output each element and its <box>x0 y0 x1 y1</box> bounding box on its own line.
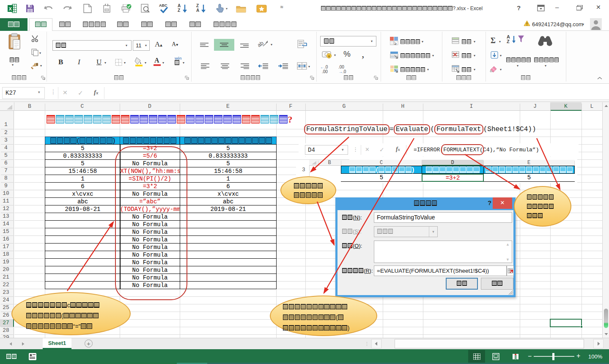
svg-text:¥: ¥ <box>328 54 331 58</box>
svg-text:≥: ≥ <box>395 41 397 46</box>
svg-text:ab: ab <box>258 40 265 49</box>
svg-text:X: X <box>9 6 12 11</box>
